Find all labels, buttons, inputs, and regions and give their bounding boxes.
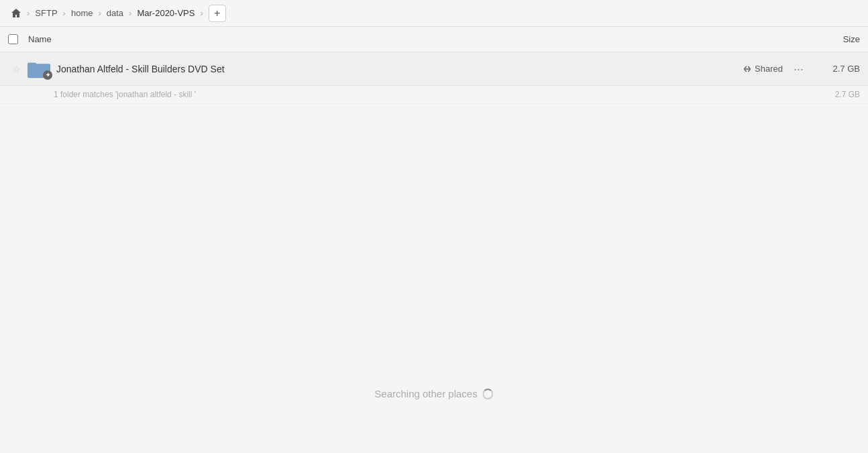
file-name: Jonathan Altfeld - Skill Builders DVD Se… <box>56 64 743 74</box>
file-name-text: Jonathan Altfeld - Skill Builders DVD Se… <box>56 64 225 74</box>
home-icon <box>11 8 21 19</box>
ellipsis-icon: ··· <box>794 63 804 75</box>
folder-icon-wrapper <box>27 58 51 80</box>
main-layout: › SFTP › home › data › Mar-2020-VPS › + … <box>0 0 868 453</box>
breadcrumb-sep-4: › <box>200 8 203 18</box>
link-shared-icon <box>743 64 752 74</box>
match-info-row: 1 folder matches 'jonathan altfeld - ski… <box>0 86 868 104</box>
more-options-button[interactable]: ··· <box>791 60 806 78</box>
star-icon[interactable]: ☆ <box>12 64 21 74</box>
breadcrumb-sep-3: › <box>129 8 131 18</box>
breadcrumb-bar: › SFTP › home › data › Mar-2020-VPS › + <box>0 0 868 27</box>
name-column-header: Name <box>28 34 793 44</box>
breadcrumb-data[interactable]: data <box>104 7 126 19</box>
select-all-checkbox[interactable] <box>8 34 18 44</box>
table-row[interactable]: ☆ <box>0 52 868 86</box>
loading-spinner <box>483 389 494 399</box>
breadcrumb-sep-2: › <box>98 8 101 18</box>
shared-badge: Shared <box>743 64 783 74</box>
file-list: ☆ <box>0 52 868 453</box>
home-breadcrumb[interactable] <box>8 5 24 21</box>
file-actions: Shared ··· <box>743 60 806 78</box>
breadcrumb-mar2020vps[interactable]: Mar-2020-VPS <box>134 7 197 19</box>
breadcrumb-sep-1: › <box>63 8 66 18</box>
file-icon-col <box>27 58 51 80</box>
link-badge <box>43 70 52 80</box>
add-breadcrumb-button[interactable]: + <box>209 5 226 22</box>
breadcrumb-sep-0: › <box>27 8 30 18</box>
star-col: ☆ <box>8 64 24 74</box>
breadcrumb-sftp[interactable]: SFTP <box>32 7 60 19</box>
searching-section: Searching other places <box>374 388 493 399</box>
column-headers: Name Size <box>0 27 868 52</box>
shared-label: Shared <box>755 64 783 74</box>
link-icon <box>45 72 51 78</box>
size-column-header: Size <box>793 34 860 44</box>
file-size: 2.7 GB <box>806 64 860 74</box>
breadcrumb-home[interactable]: home <box>68 7 96 19</box>
match-text: 1 folder matches 'jonathan altfeld - ski… <box>54 90 806 99</box>
searching-label: Searching other places <box>374 388 477 399</box>
select-all-checkbox-col <box>8 34 28 44</box>
match-size: 2.7 GB <box>806 90 860 99</box>
